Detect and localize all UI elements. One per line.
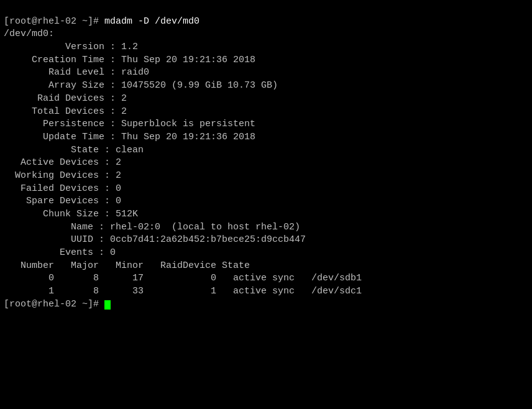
terminal-window[interactable]: [root@rhel-02 ~]# mdadm -D /dev/md0/dev/…: [0, 0, 532, 409]
command-text: mdadm -D /dev/md0: [104, 16, 200, 27]
table-row: 1 8 33 1 active sync /dev/sdc1: [4, 285, 528, 298]
info-line: State : clean: [4, 144, 528, 157]
info-line: Raid Level : raid0: [4, 67, 528, 80]
info-line: Failed Devices : 0: [4, 183, 528, 196]
info-line: Active Devices : 2: [4, 157, 528, 170]
key-value: 0: [116, 196, 121, 206]
key-value: raid0: [121, 67, 149, 78]
table-header-row: Number Major Minor RaidDevice State: [4, 260, 528, 273]
key-label: Total Devices: [4, 106, 104, 117]
cursor: [104, 300, 111, 310]
key-value: 2: [121, 93, 127, 104]
key-value: rhel-02:0 (local to host rhel-02): [110, 222, 300, 232]
key-value: Superblock is persistent: [121, 119, 255, 129]
prompt: [root@rhel-02 ~]#: [4, 299, 104, 310]
table-header: Number Major Minor RaidDevice State: [4, 260, 250, 271]
active-prompt-line[interactable]: [root@rhel-02 ~]#: [4, 298, 528, 311]
info-line: Creation Time : Thu Sep 20 19:21:36 2018: [4, 54, 528, 67]
key-value: 2: [116, 157, 121, 168]
info-line: Raid Devices : 2: [4, 93, 528, 106]
info-line: Working Devices : 2: [4, 170, 528, 183]
key-label: Working Devices: [4, 170, 99, 181]
key-value: Thu Sep 20 19:21:36 2018: [121, 55, 255, 65]
key-value: 10475520 (9.99 GiB 10.73 GB): [121, 80, 278, 91]
key-label: Active Devices: [4, 157, 99, 168]
info-line: Total Devices : 2: [4, 106, 528, 119]
key-label: Chunk Size: [4, 209, 99, 219]
info-line: Update Time : Thu Sep 20 19:21:36 2018: [4, 131, 528, 144]
key-label: Creation Time: [4, 55, 104, 65]
table-row: 0 8 17 0 active sync /dev/sdb1: [4, 272, 528, 285]
info-line: Array Size : 10475520 (9.99 GiB 10.73 GB…: [4, 80, 528, 93]
key-label: Events: [4, 247, 93, 258]
key-label: Version: [4, 42, 104, 52]
key-value: 0: [116, 183, 121, 194]
key-label: Failed Devices: [4, 183, 99, 194]
key-label: Spare Devices: [4, 196, 99, 206]
key-value: clean: [116, 145, 144, 155]
command-line: [root@rhel-02 ~]# mdadm -D /dev/md0: [4, 16, 528, 29]
key-value: Thu Sep 20 19:21:36 2018: [121, 132, 255, 142]
info-line: UUID : 0ccb7d41:2a62b452:b7bece25:d9ccb4…: [4, 234, 528, 247]
key-value: 0: [110, 247, 116, 258]
info-line: Chunk Size : 512K: [4, 208, 528, 221]
prompt: [root@rhel-02 ~]#: [4, 16, 104, 27]
info-line: Persistence : Superblock is persistent: [4, 118, 528, 131]
key-label: State: [4, 145, 99, 155]
key-label: Raid Level: [4, 67, 104, 78]
key-value: 0ccb7d41:2a62b452:b7bece25:d9ccb447: [110, 234, 306, 245]
key-label: Array Size: [4, 80, 104, 91]
info-line: Events : 0: [4, 247, 528, 260]
key-label: Persistence: [4, 119, 104, 129]
info-line: Version : 1.2: [4, 41, 528, 54]
info-line: Spare Devices : 0: [4, 195, 528, 208]
key-label: Name: [4, 222, 93, 232]
info-line: Name : rhel-02:0 (local to host rhel-02): [4, 221, 528, 234]
key-value: 2: [116, 170, 121, 181]
key-label: Update Time: [4, 132, 104, 142]
key-value: 2: [121, 106, 127, 117]
table-data: 0 8 17 0 active sync /dev/sdb1: [4, 273, 362, 283]
table-data: 1 8 33 1 active sync /dev/sdc1: [4, 286, 362, 296]
key-label: Raid Devices: [4, 93, 104, 104]
output-line: /dev/md0:: [4, 28, 528, 41]
key-value: 512K: [116, 209, 138, 219]
key-value: 1.2: [121, 42, 138, 52]
key-label: UUID: [4, 234, 93, 245]
